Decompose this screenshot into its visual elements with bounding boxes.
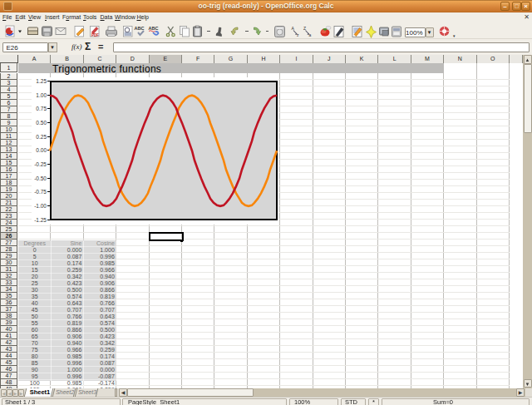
svg-text:PDF: PDF (91, 33, 99, 37)
svg-text:Z: Z (303, 26, 306, 31)
svg-text:A: A (292, 26, 295, 31)
svg-text:ABC: ABC (135, 26, 145, 31)
svg-text:z: z (297, 32, 299, 37)
svg-text:ABC: ABC (149, 26, 159, 31)
svg-text:a: a (309, 32, 312, 37)
